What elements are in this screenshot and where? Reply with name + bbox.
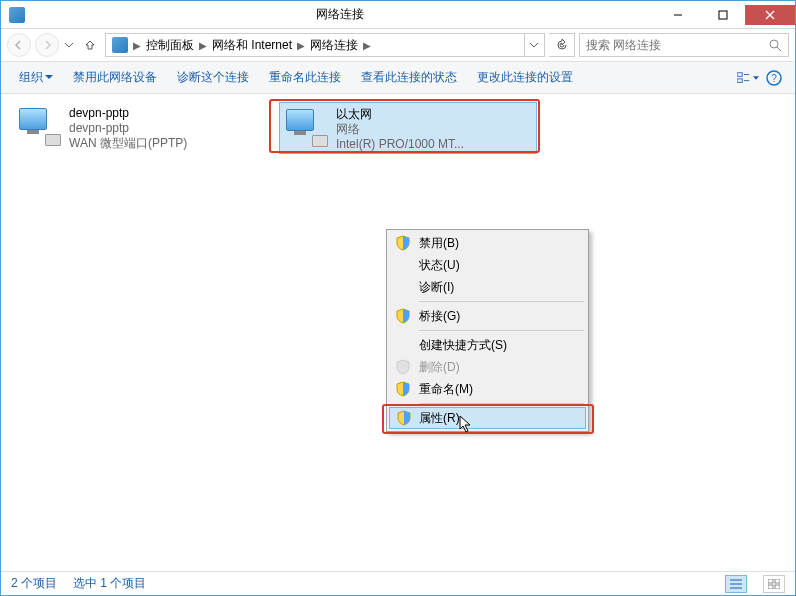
organize-menu[interactable]: 组织 (11, 65, 61, 90)
chevron-right-icon: ▶ (362, 40, 372, 51)
search-box[interactable] (579, 33, 789, 57)
menu-separator (419, 301, 584, 302)
rename-connection-button[interactable]: 重命名此连接 (261, 65, 349, 90)
diagnose-connection-button[interactable]: 诊断这个连接 (169, 65, 257, 90)
ctx-disable[interactable]: 禁用(B) (389, 232, 586, 254)
network-icon (17, 106, 61, 146)
menu-separator (419, 330, 584, 331)
ctx-rename[interactable]: 重命名(M) (389, 378, 586, 400)
connection-device: Intel(R) PRO/1000 MT... (336, 137, 532, 152)
ctx-diagnose[interactable]: 诊断(I) (389, 276, 586, 298)
app-icon (9, 7, 25, 23)
chevron-right-icon: ▶ (296, 40, 306, 51)
window-title: 网络连接 (25, 6, 655, 23)
chevron-right-icon: ▶ (132, 40, 142, 51)
help-button[interactable]: ? (763, 67, 785, 89)
title-bar: 网络连接 (1, 1, 795, 29)
ctx-status[interactable]: 状态(U) (389, 254, 586, 276)
address-dropdown[interactable] (524, 34, 542, 56)
chevron-right-icon: ▶ (198, 40, 208, 51)
svg-rect-16 (775, 579, 780, 583)
network-icon (284, 107, 328, 147)
disable-device-button[interactable]: 禁用此网络设备 (65, 65, 165, 90)
connection-item-ethernet[interactable]: 以太网 网络 Intel(R) PRO/1000 MT... (279, 102, 537, 154)
ctx-bridge[interactable]: 桥接(G) (389, 305, 586, 327)
breadcrumb-seg-network-connections[interactable]: 网络连接 (306, 37, 362, 54)
shield-icon (395, 359, 411, 375)
status-bar: 2 个项目 选中 1 个项目 (1, 571, 795, 595)
maximize-button[interactable] (700, 5, 745, 25)
svg-rect-7 (737, 78, 742, 81)
svg-point-4 (770, 40, 778, 48)
address-bar[interactable]: ▶ 控制面板 ▶ 网络和 Internet ▶ 网络连接 ▶ (105, 33, 545, 57)
connection-status: 网络 (336, 122, 532, 137)
refresh-button[interactable] (549, 33, 575, 57)
close-button[interactable] (745, 5, 795, 25)
change-settings-button[interactable]: 更改此连接的设置 (469, 65, 581, 90)
breadcrumb-seg-control-panel[interactable]: 控制面板 (142, 37, 198, 54)
icons-view-button[interactable] (763, 575, 785, 593)
shield-icon (395, 381, 411, 397)
view-options-button[interactable] (737, 67, 759, 89)
item-count: 2 个项目 (11, 575, 57, 592)
view-status-button[interactable]: 查看此连接的状态 (353, 65, 465, 90)
svg-text:?: ? (771, 73, 777, 84)
svg-line-5 (777, 47, 781, 51)
ctx-delete: 删除(D) (389, 356, 586, 378)
svg-rect-17 (768, 585, 773, 589)
breadcrumb-seg-network-internet[interactable]: 网络和 Internet (208, 37, 296, 54)
content-area: devpn-pptp devpn-pptp WAN 微型端口(PPTP) 以太网… (1, 94, 795, 571)
svg-rect-6 (737, 72, 742, 75)
ctx-properties[interactable]: 属性(R) (389, 407, 586, 429)
shield-icon (396, 410, 412, 426)
connection-name: devpn-pptp (69, 106, 267, 121)
search-icon (769, 39, 782, 52)
history-dropdown[interactable] (63, 35, 75, 55)
shield-icon (395, 308, 411, 324)
window-controls (655, 5, 795, 25)
svg-rect-18 (775, 585, 780, 589)
connection-status: devpn-pptp (69, 121, 267, 136)
connection-item-vpn[interactable]: devpn-pptp devpn-pptp WAN 微型端口(PPTP) (13, 102, 271, 154)
forward-button[interactable] (35, 33, 59, 57)
svg-rect-15 (768, 579, 773, 583)
command-toolbar: 组织 禁用此网络设备 诊断这个连接 重命名此连接 查看此连接的状态 更改此连接的… (1, 62, 795, 94)
ctx-shortcut[interactable]: 创建快捷方式(S) (389, 334, 586, 356)
search-input[interactable] (586, 38, 769, 52)
minimize-button[interactable] (655, 5, 700, 25)
svg-rect-1 (719, 11, 727, 19)
context-menu: 禁用(B) 状态(U) 诊断(I) 桥接(G) 创建快捷方式(S) 删除(D) … (386, 229, 589, 432)
folder-icon (112, 37, 128, 53)
menu-separator (419, 403, 584, 404)
connection-list: devpn-pptp devpn-pptp WAN 微型端口(PPTP) 以太网… (13, 102, 783, 154)
connection-name: 以太网 (336, 107, 532, 122)
navigation-bar: ▶ 控制面板 ▶ 网络和 Internet ▶ 网络连接 ▶ (1, 29, 795, 62)
details-view-button[interactable] (725, 575, 747, 593)
shield-icon (395, 235, 411, 251)
connection-device: WAN 微型端口(PPTP) (69, 136, 267, 151)
up-button[interactable] (79, 34, 101, 56)
selected-count: 选中 1 个项目 (73, 575, 146, 592)
back-button[interactable] (7, 33, 31, 57)
